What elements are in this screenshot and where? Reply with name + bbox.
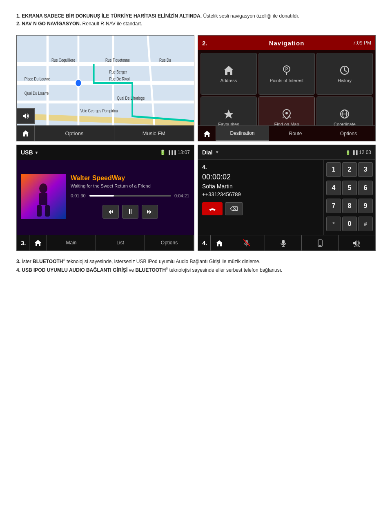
dial-keypad: 1 2 3 4 5 6 7 8 9 * 0 # [324, 160, 375, 236]
nav-history-button[interactable]: History [316, 53, 373, 95]
usb-time: 13:07 [178, 150, 190, 155]
dial-key-6[interactable]: 6 [358, 181, 373, 195]
dial-home-button[interactable] [210, 235, 228, 251]
dial-key-5[interactable]: 5 [342, 181, 357, 195]
header-title-2: NAV N GO NAVİGASYON. [22, 21, 81, 27]
footer-num-4: 4. [16, 267, 20, 273]
album-art [21, 174, 66, 219]
dial-key-0[interactable]: 0 [342, 217, 357, 231]
svg-marker-31 [204, 131, 210, 137]
nav-address-label: Address [220, 78, 237, 83]
nav-header: 2. Navigation 7:09 PM [198, 36, 375, 50]
dial-status: 🔋 ▐▐ 12 03 [345, 150, 371, 155]
progress-fill [89, 195, 114, 197]
screen-dial: Dial ▼ 🔋 ▐▐ 12 03 4. 00:00:02 Sofia Mart… [198, 145, 376, 251]
dial-title: Dial ▼ [202, 149, 219, 156]
backspace-button[interactable]: ⌫ [225, 202, 243, 215]
dial-tab-mic[interactable] [265, 235, 302, 251]
nav-tab-route[interactable]: Route [269, 126, 322, 141]
svg-text:Rue Berger: Rue Berger [109, 69, 127, 74]
svg-text:Rue Du: Rue Du [159, 58, 171, 63]
usb-tab-list[interactable]: List [96, 235, 145, 250]
svg-point-27 [285, 112, 288, 114]
dial-tab-mic-mute[interactable] [228, 235, 265, 251]
screen-nav: 2. Navigation 7:09 PM Address P Points o… [198, 35, 376, 141]
forward-button[interactable]: ⏭ [142, 205, 158, 219]
dial-key-hash[interactable]: # [358, 217, 373, 231]
header-num-1: 1. [16, 13, 20, 19]
footer-text-3a: İster [22, 259, 33, 264]
map-bottombar: Options Music FM [17, 125, 194, 141]
svg-marker-36 [35, 240, 41, 246]
usb-main: Walter SpeedWay Waiting for the Sweet Re… [17, 160, 194, 233]
dial-tab-phone[interactable] [302, 235, 339, 251]
hangup-button[interactable] [202, 202, 223, 215]
dial-key-1[interactable]: 1 [326, 162, 341, 177]
dial-signal-icon: ▐▐ [352, 150, 357, 155]
mic-icon [280, 239, 287, 247]
dial-key-3[interactable]: 3 [358, 162, 373, 177]
footer-num-3: 3. [16, 259, 20, 264]
svg-text:Rue De Rivoli: Rue De Rivoli [109, 77, 130, 82]
svg-point-32 [39, 183, 47, 193]
svg-marker-26 [224, 110, 234, 118]
svg-text:Rue Tiquetonne: Rue Tiquetonne [105, 58, 130, 63]
usb-status: 🔋 ▐▐▐ 13:07 [160, 150, 190, 155]
map-options-button[interactable]: Options [35, 125, 114, 141]
dial-key-9[interactable]: 9 [358, 199, 373, 213]
map-pointer-icon [281, 108, 292, 120]
usb-tab-options[interactable]: Options [145, 235, 194, 250]
usb-title: USB ▼ [21, 149, 38, 156]
nav-poi-button[interactable]: P Points of Interest [258, 53, 315, 95]
dial-key-8[interactable]: 8 [342, 199, 357, 213]
footer-section: 3. İster BLUETOOTH® teknolojisi sayesind… [16, 257, 376, 274]
map-volume-button[interactable] [17, 108, 35, 124]
map-content: 1. 11:46 AM Rue Coquilliere Rue Tique [17, 36, 194, 141]
mic-mute-icon [243, 239, 250, 247]
dial-tab-car-speaker[interactable] [339, 235, 375, 251]
usb-header: USB ▼ 🔋 ▐▐▐ 13:07 [17, 145, 194, 160]
map-musicfm-button[interactable]: Music FM [114, 125, 194, 141]
screen3-number: 3. [17, 239, 29, 246]
dial-battery-icon: 🔋 [345, 150, 350, 155]
nav-tab-destination[interactable]: Destination [216, 126, 269, 141]
progress-row: 0:01:30 0:04:21 [71, 193, 190, 198]
svg-marker-19 [23, 113, 26, 119]
dial-dropdown-icon[interactable]: ▼ [215, 150, 219, 154]
phone-icon [316, 239, 324, 247]
svg-marker-37 [216, 240, 223, 246]
nav-address-button[interactable]: Address [200, 53, 257, 95]
dial-key-star[interactable]: * [326, 217, 341, 231]
dial-key-4[interactable]: 4 [326, 181, 341, 195]
star-icon [223, 108, 234, 120]
track-subtitle: Waiting for the Sweet Return of a Friend [71, 183, 190, 188]
header-title-1: EKRANA SADECE BİR DOKUNUŞ İLE TÜRKİYE HA… [22, 13, 202, 19]
svg-rect-41 [282, 240, 285, 244]
pause-button[interactable]: ⏸ [122, 205, 138, 219]
rewind-button[interactable]: ⏮ [102, 205, 119, 219]
dial-key-2[interactable]: 2 [342, 162, 357, 177]
svg-text:Place Du Louvre: Place Du Louvre [24, 77, 50, 82]
footer-text-3b: teknolojisi sayesinde, isterseniz USB iP… [65, 259, 261, 264]
svg-rect-33 [39, 193, 47, 205]
nav-home-button[interactable] [198, 126, 216, 141]
footer-line-3: 3. İster BLUETOOTH® teknolojisi sayesind… [16, 257, 376, 266]
signal-icon: ▐▐▐ [167, 150, 176, 155]
track-title: Walter SpeedWay [71, 174, 190, 182]
time-total: 0:04:21 [174, 193, 190, 198]
nav-time: 7:09 PM [353, 40, 371, 46]
usb-tab-main[interactable]: Main [47, 235, 96, 250]
nav-tab-options[interactable]: Options [322, 126, 375, 141]
header-line-1: 1. EKRANA SADECE BİR DOKUNUŞ İLE TÜRKİYE… [16, 12, 376, 20]
dial-key-7[interactable]: 7 [326, 199, 341, 213]
usb-dropdown-icon[interactable]: ▼ [35, 150, 39, 155]
usb-home-button[interactable] [29, 235, 47, 250]
dial-bottombar: 4. [198, 235, 375, 250]
volume-icon [22, 112, 29, 120]
footer-brand-3: BLUETOOTH [33, 259, 63, 264]
nav-home-icon [203, 130, 211, 137]
dial-left: 4. 00:00:02 Sofia Martin ++33123456789 ⌫ [198, 160, 324, 236]
progress-bar[interactable] [89, 195, 171, 197]
map-home-button[interactable] [17, 125, 35, 141]
header-line-2: 2. NAV N GO NAVİGASYON. Renault R-NAV il… [16, 20, 376, 28]
